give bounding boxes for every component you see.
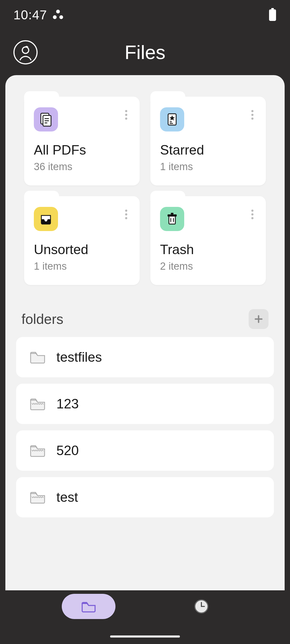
category-grid: All PDFs 36 items Starred 1 items [16,97,274,285]
status-time: 10:47 [13,8,47,22]
svg-point-11 [125,110,127,112]
star-icon [160,107,184,131]
page-title: Files [125,41,165,63]
folder-row-testfiles[interactable]: testfiles [16,337,274,377]
clock-icon [193,598,210,615]
category-title: Trash [160,242,256,257]
main-content: All PDFs 36 items Starred 1 items [5,75,285,590]
nav-recent[interactable] [175,594,228,619]
sync-icon [52,9,64,20]
svg-point-18 [251,110,253,112]
folder-row-label: testfiles [56,349,102,365]
avatar[interactable] [13,40,38,64]
folder-icon [30,350,46,364]
more-menu-icon[interactable] [249,107,256,123]
trash-icon [160,207,184,231]
folder-row-label: test [56,489,78,505]
home-indicator[interactable] [110,635,180,638]
svg-point-1 [53,15,57,19]
folder-row-label: 123 [56,396,79,412]
svg-point-19 [251,114,253,116]
inbox-icon [34,207,58,231]
category-all-pdfs[interactable]: All PDFs 36 items [24,97,140,185]
svg-rect-3 [271,8,274,9]
category-title: Starred [160,142,256,158]
folders-label: folders [21,311,63,327]
svg-rect-26 [171,213,173,214]
folder-icon [30,490,46,504]
folder-row-label: 520 [56,443,79,458]
more-menu-icon[interactable] [122,207,130,223]
folder-icon [30,444,46,458]
svg-rect-25 [168,214,177,217]
folder-tab [24,91,59,102]
svg-rect-24 [169,216,175,224]
svg-point-21 [125,210,127,212]
folder-tab [24,191,59,202]
folder-row-123[interactable]: 123 [16,384,274,424]
battery-icon [269,8,277,21]
svg-point-13 [125,118,127,120]
folder-tab [150,191,185,202]
svg-point-22 [125,213,127,215]
svg-point-23 [125,217,127,219]
svg-point-31 [251,217,253,219]
folder-icon [30,397,46,411]
status-left: 10:47 [13,8,64,22]
folder-icon [80,598,97,615]
svg-point-30 [251,213,253,215]
category-subtitle: 1 items [34,261,130,272]
folder-row-520[interactable]: 520 [16,430,274,471]
folders-header: folders [16,309,274,329]
svg-point-29 [251,210,253,212]
folder-row-test[interactable]: test [16,477,274,517]
category-trash[interactable]: Trash 2 items [150,196,266,285]
category-title: All PDFs [34,142,130,158]
nav-files[interactable] [62,594,115,619]
svg-rect-4 [269,9,276,21]
status-bar: 10:47 [0,0,290,30]
more-menu-icon[interactable] [249,207,256,223]
folders-list: testfiles 123 520 test [16,337,274,517]
svg-point-0 [56,10,60,13]
category-subtitle: 36 items [34,161,130,173]
more-menu-icon[interactable] [122,107,130,123]
folder-tab [150,91,185,102]
category-subtitle: 2 items [160,261,256,272]
pdfs-icon [34,107,58,131]
svg-point-20 [251,118,253,120]
bottom-nav [0,590,290,623]
app-header: Files [0,30,290,75]
add-folder-button[interactable] [249,309,269,329]
category-title: Unsorted [34,242,130,257]
category-starred[interactable]: Starred 1 items [150,97,266,185]
svg-point-12 [125,114,127,116]
category-unsorted[interactable]: Unsorted 1 items [24,196,140,285]
category-subtitle: 1 items [160,161,256,173]
svg-point-2 [59,15,63,19]
svg-point-5 [22,47,29,53]
